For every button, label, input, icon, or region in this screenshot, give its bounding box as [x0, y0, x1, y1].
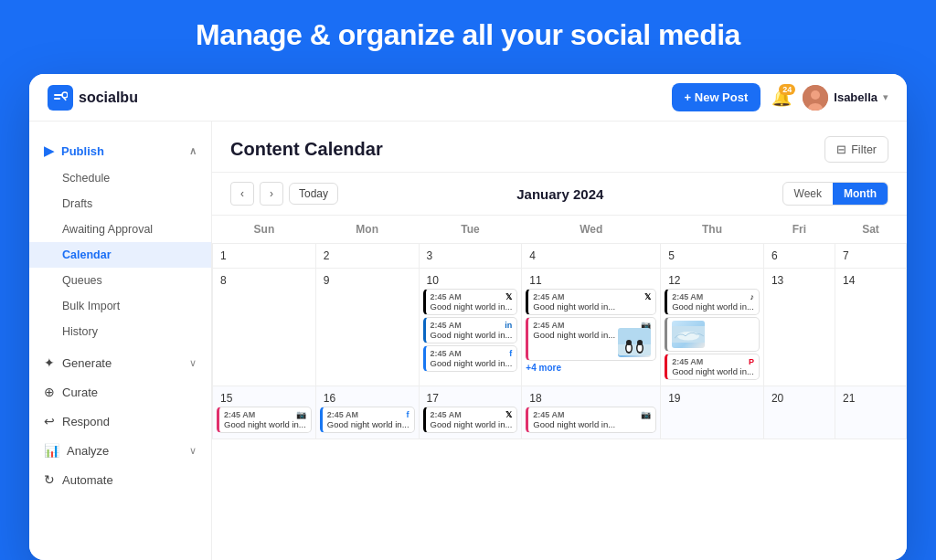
event-time: 2:45 AM: [431, 349, 462, 358]
table-row: 5: [661, 244, 764, 269]
new-post-button[interactable]: + New Post: [672, 83, 761, 111]
logo-text: socialbu: [79, 90, 138, 106]
event-card[interactable]: 2:45 AM f Good night world in...: [320, 407, 415, 433]
event-card[interactable]: 2:45 AM ♪ Good night world in...: [665, 289, 760, 315]
notifications-button[interactable]: 🔔 24: [771, 88, 792, 108]
more-events-button[interactable]: +4 more: [526, 363, 656, 373]
table-row: 11 2:45 AM 𝕏 Good night world in...: [522, 269, 661, 386]
analyze-icon: 📊: [44, 443, 59, 458]
event-card[interactable]: 2:45 AM 📷 Good night world in...: [526, 317, 656, 361]
event-text: Good night world in...: [533, 330, 615, 340]
event-card[interactable]: 2:45 AM 𝕏 Good night world in...: [423, 289, 518, 315]
sidebar-item-history[interactable]: History: [29, 319, 211, 344]
day-number: 20: [768, 390, 787, 407]
curate-icon: ⊕: [44, 385, 55, 399]
event-time: 2:45 AM: [431, 321, 462, 330]
day-header-tue: Tue: [419, 216, 522, 244]
event-thumbnail: [672, 321, 705, 348]
avatar: [803, 85, 828, 111]
event-time: 2:45 AM: [533, 321, 564, 330]
event-time: 2:45 AM: [224, 410, 255, 419]
filter-icon: ⊟: [836, 143, 846, 156]
sidebar-item-analyze[interactable]: 📊 Analyze ∨: [29, 436, 211, 465]
table-row: 21: [835, 386, 906, 439]
sidebar-item-respond-label: Respond: [62, 415, 110, 428]
table-row: 2: [315, 244, 419, 269]
sidebar-item-publish-label: Publish: [61, 144, 104, 158]
sidebar-item-generate[interactable]: ✦ Generate ∨: [29, 348, 211, 377]
event-text: Good night world in...: [431, 358, 513, 368]
day-header-mon: Mon: [315, 216, 419, 244]
table-row: 14: [835, 269, 906, 386]
svg-point-5: [811, 90, 820, 100]
svg-point-11: [626, 340, 632, 345]
day-number: 12: [665, 272, 684, 289]
event-text: Good night world in...: [672, 366, 754, 376]
generate-icon: ✦: [44, 355, 55, 370]
event-time: 2:45 AM: [672, 292, 703, 301]
event-card[interactable]: 2:45 AM P Good night world in...: [665, 354, 760, 380]
generate-chevron-icon: ∨: [189, 357, 197, 369]
event-card[interactable]: 2:45 AM 𝕏 Good night world in...: [423, 407, 518, 433]
logo-icon: [48, 85, 73, 111]
day-number: 5: [665, 248, 678, 264]
table-row: 7: [835, 244, 906, 269]
sidebar-item-bulk-import[interactable]: Bulk Import: [29, 293, 211, 319]
event-time: 2:45 AM: [533, 410, 564, 419]
sidebar-item-curate[interactable]: ⊕ Curate: [29, 377, 211, 407]
table-row: 1: [213, 244, 316, 269]
event-card[interactable]: 2:45 AM 📷 Good night world in...: [217, 407, 312, 433]
sidebar-item-drafts[interactable]: Drafts: [29, 191, 211, 217]
event-text: Good night world in...: [672, 301, 754, 312]
sidebar-item-calendar[interactable]: Calendar: [29, 242, 211, 268]
sidebar-item-queues[interactable]: Queues: [29, 268, 211, 293]
table-row: 15 2:45 AM 📷 Good night world in...: [213, 386, 316, 439]
month-view-button[interactable]: Month: [833, 183, 888, 205]
day-number: 15: [217, 390, 236, 407]
svg-point-16: [677, 332, 699, 341]
hero-title: Manage & organize all your social media: [196, 18, 740, 52]
event-time: 2:45 AM: [327, 410, 358, 419]
publish-icon: ▶: [44, 143, 54, 158]
week-view-button[interactable]: Week: [783, 183, 833, 205]
main-layout: ▶ Publish ∧ Schedule Drafts Awaiting App…: [29, 122, 907, 560]
day-number: 6: [768, 248, 782, 264]
sidebar-item-automate[interactable]: ↻ Automate: [29, 465, 211, 494]
svg-point-14: [637, 340, 643, 345]
table-row: 12 2:45 AM ♪ Good night world in...: [661, 269, 764, 386]
sidebar-item-curate-label: Curate: [62, 386, 98, 399]
prev-button[interactable]: ‹: [230, 182, 254, 206]
day-header-thu: Thu: [661, 216, 764, 244]
sidebar-item-generate-label: Generate: [62, 356, 112, 370]
analyze-chevron-icon: ∨: [189, 445, 197, 457]
next-button[interactable]: ›: [260, 182, 283, 206]
automate-icon: ↻: [44, 472, 55, 487]
filter-button[interactable]: ⊟ Filter: [824, 136, 888, 163]
day-number: 11: [526, 272, 545, 289]
sidebar-item-automate-label: Automate: [62, 473, 113, 487]
table-row: 18 2:45 AM 📷 Good night world in...: [522, 386, 661, 439]
day-number: 19: [665, 390, 684, 407]
table-row: 4: [522, 244, 661, 269]
event-time: 2:45 AM: [533, 292, 564, 301]
notification-badge: 24: [779, 84, 795, 95]
svg-rect-8: [618, 344, 651, 355]
sidebar-item-publish[interactable]: ▶ Publish ∧: [29, 136, 211, 165]
event-card[interactable]: 2:45 AM 𝕏 Good night world in...: [526, 289, 656, 315]
sidebar-item-respond[interactable]: ↩ Respond: [29, 407, 211, 436]
day-number: 10: [423, 272, 442, 289]
event-card[interactable]: 2:45 AM 📷 Good night world in...: [526, 407, 656, 433]
calendar-nav: ‹ › Today January 2024 Week Month: [212, 173, 907, 216]
instagram-icon: 📷: [641, 410, 651, 419]
event-card[interactable]: 2:45 AM f Good night world in...: [423, 345, 518, 372]
event-text: Good night world in...: [224, 419, 306, 429]
day-header-wed: Wed: [522, 216, 661, 244]
today-button[interactable]: Today: [289, 183, 338, 205]
event-card[interactable]: 2:45 AM in Good night world in...: [423, 317, 518, 343]
event-card[interactable]: [665, 317, 760, 352]
day-number: 18: [526, 390, 545, 407]
sidebar-item-awaiting[interactable]: Awaiting Approval: [29, 217, 211, 242]
user-menu[interactable]: Isabella ▾: [803, 85, 888, 111]
sidebar-item-schedule[interactable]: Schedule: [29, 165, 211, 191]
svg-rect-1: [54, 98, 60, 100]
